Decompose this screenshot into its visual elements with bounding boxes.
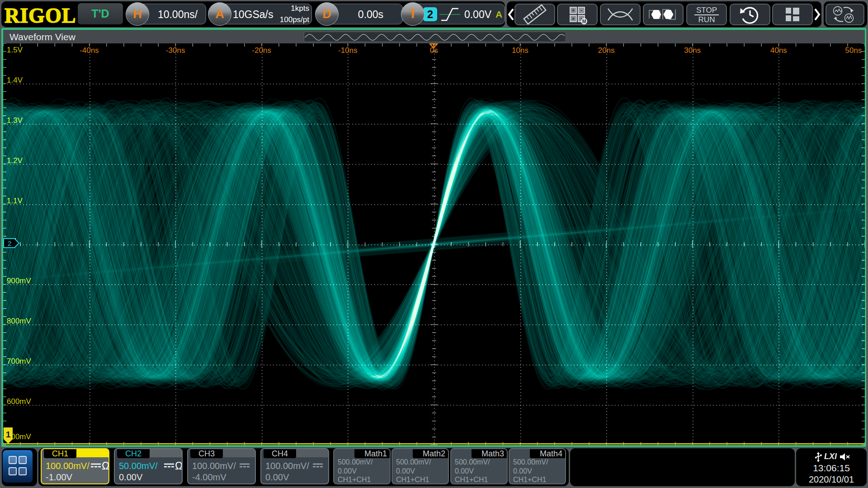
svg-text:×: × [572, 16, 575, 21]
svg-text:M: M [582, 19, 586, 24]
svg-text:+: + [571, 7, 575, 14]
svg-text:-: - [580, 7, 582, 14]
